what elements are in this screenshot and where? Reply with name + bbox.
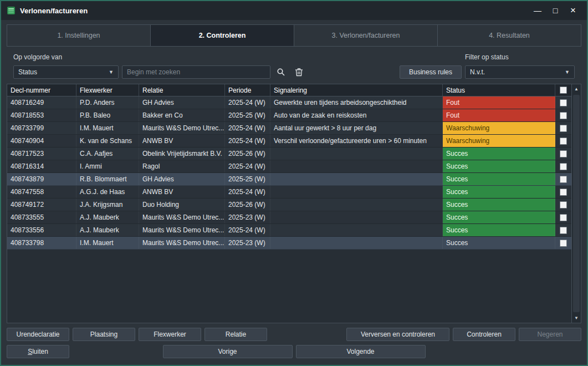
cell-flexwerker: A.J. Mauberk xyxy=(76,224,139,236)
table-row[interactable]: 408717523C.A. AafjesObelink Vrijetijdsma… xyxy=(7,148,571,160)
chevron-down-icon: ▼ xyxy=(105,69,114,75)
chevron-down-icon: ▼ xyxy=(561,69,570,75)
cell-signalering xyxy=(270,148,443,160)
tab-3-verlonen-factureren[interactable]: 3. Verlonen/factureren xyxy=(294,25,438,46)
row-checkbox-cell xyxy=(555,211,571,223)
verversen-en-controleren-button[interactable]: Verversen en controleren xyxy=(346,328,449,341)
cell-decl: 408733555 xyxy=(7,211,76,223)
maximize-button[interactable]: □ xyxy=(547,3,564,18)
cell-flexwerker: A.J. Mauberk xyxy=(76,211,139,223)
business-rules-button[interactable]: Business rules xyxy=(400,65,462,79)
minimize-button[interactable]: — xyxy=(529,3,546,18)
cell-signalering xyxy=(270,199,443,211)
search-input[interactable] xyxy=(122,65,270,79)
cell-relatie: Maurits W&S Demo Utrec... xyxy=(139,224,225,236)
tab-2-controleren[interactable]: 2. Controleren xyxy=(151,25,294,46)
table-body: 408716249P.D. AndersGH Advies2025-24 (W)… xyxy=(7,96,571,323)
scroll-down-icon[interactable]: ▼ xyxy=(572,313,581,323)
row-checkbox-cell xyxy=(555,224,571,236)
trash-icon[interactable] xyxy=(292,65,306,79)
row-checkbox-cell xyxy=(555,96,571,109)
scrollbar-thumb[interactable] xyxy=(573,95,580,312)
cell-flexwerker: K. van de Schans xyxy=(76,135,139,147)
plaatsing-button[interactable]: Plaatsing xyxy=(73,328,135,341)
column-header-flexwerker[interactable]: Flexwerker xyxy=(76,84,139,96)
cell-decl: 408740904 xyxy=(7,135,76,147)
table-row[interactable]: 408733799I.M. MauertMaurits W&S Demo Utr… xyxy=(7,122,571,135)
sort-dropdown-value: Status xyxy=(18,68,37,76)
column-header-signalering[interactable]: Signalering xyxy=(270,84,443,96)
table-row[interactable]: 408733555A.J. MauberkMaurits W&S Demo Ut… xyxy=(7,211,571,224)
scroll-up-icon[interactable]: ▲ xyxy=(572,84,581,94)
row-checkbox-cell xyxy=(555,199,571,211)
row-checkbox[interactable] xyxy=(560,214,567,221)
column-header-status[interactable]: Status xyxy=(443,84,555,96)
select-all-checkbox[interactable] xyxy=(560,87,567,94)
tab-4-resultaten[interactable]: 4. Resultaten xyxy=(438,25,581,46)
cell-periode: 2025-25 (W) xyxy=(225,173,270,185)
volgende-button[interactable]: Volgende xyxy=(296,345,426,358)
toolbar: Status ▼ Business rules N.v.t. ▼ xyxy=(13,65,575,79)
row-checkbox[interactable] xyxy=(560,125,567,132)
footer-row-2: SluitenVorigeVolgende xyxy=(7,345,581,358)
row-checkbox-cell xyxy=(555,148,571,160)
row-checkbox[interactable] xyxy=(560,112,567,119)
table-row[interactable]: 408716249P.D. AndersGH Advies2025-24 (W)… xyxy=(7,96,571,109)
close-button[interactable]: × xyxy=(565,3,581,18)
row-checkbox-cell xyxy=(555,237,571,249)
cell-decl: 408749172 xyxy=(7,199,76,211)
tab-strip: 1. Instellingen2. Controleren3. Verlonen… xyxy=(7,24,581,47)
cell-relatie: Maurits W&S Demo Utrec... xyxy=(139,211,225,223)
cell-flexwerker: P.D. Anders xyxy=(76,96,139,109)
filter-status-dropdown[interactable]: N.v.t. ▼ xyxy=(465,65,575,79)
footer: UrendeclaratiePlaatsingFlexwerkerRelatie… xyxy=(7,328,581,358)
cell-decl: 408733798 xyxy=(7,237,76,249)
row-checkbox-cell xyxy=(555,186,571,198)
cell-relatie: Obelink Vrijetijdsmarkt B.V. xyxy=(139,148,225,160)
row-checkbox[interactable] xyxy=(560,99,567,106)
cell-signalering: Aantal uur gewerkt > 8 uur per dag xyxy=(270,122,443,134)
table-row[interactable]: 408733556A.J. MauberkMaurits W&S Demo Ut… xyxy=(7,224,571,237)
row-checkbox[interactable] xyxy=(560,240,567,247)
window-title: Verlonen/factureren xyxy=(20,7,88,15)
flexwerker-button[interactable]: Flexwerker xyxy=(139,328,201,341)
table-row[interactable]: 408740904K. van de SchansANWB BV2025-24 … xyxy=(7,135,571,148)
row-checkbox[interactable] xyxy=(560,138,567,145)
vertical-scrollbar[interactable]: ▲ ▼ xyxy=(571,84,581,323)
window-controls: — □ × xyxy=(529,3,581,18)
filter-status-value: N.v.t. xyxy=(470,68,485,76)
cell-periode: 2025-24 (W) xyxy=(225,122,270,134)
search-icon[interactable] xyxy=(274,65,288,79)
relatie-button[interactable]: Relatie xyxy=(204,328,267,341)
column-header-decl-nummer[interactable]: Decl-nummer xyxy=(7,84,76,96)
tab-1-instellingen[interactable]: 1. Instellingen xyxy=(7,25,151,46)
cell-relatie: Maurits W&S Demo Utrec... xyxy=(139,237,225,249)
row-checkbox[interactable] xyxy=(560,150,567,157)
column-header-periode[interactable]: Periode xyxy=(225,84,270,96)
table-row[interactable]: 408716314I. AmmiRagol2025-24 (W)Succes xyxy=(7,160,571,173)
urendeclaratie-button[interactable]: Urendeclaratie xyxy=(7,328,69,341)
row-checkbox[interactable] xyxy=(560,163,567,170)
table-row[interactable]: 408743879R.B. BlommaertGH Advies2025-25 … xyxy=(7,173,571,186)
table-row[interactable]: 408718553P.B. BaleoBakker en Co2025-25 (… xyxy=(7,109,571,122)
row-checkbox[interactable] xyxy=(560,201,567,209)
app-icon xyxy=(7,6,16,15)
column-header-relatie[interactable]: Relatie xyxy=(139,84,225,96)
table-row[interactable]: 408749172J.A. KrijgsmanDuo Holding2025-2… xyxy=(7,199,571,211)
cell-periode: 2025-24 (W) xyxy=(225,224,270,236)
sluiten-button[interactable]: Sluiten xyxy=(7,345,69,358)
scrollbar-track[interactable] xyxy=(572,94,581,313)
cell-flexwerker: C.A. Aafjes xyxy=(76,148,139,160)
row-checkbox[interactable] xyxy=(560,227,567,234)
controleren-button[interactable]: Controleren xyxy=(453,328,515,341)
cell-signalering xyxy=(270,211,443,223)
row-checkbox[interactable] xyxy=(560,189,567,196)
table-row[interactable]: 408747558A.G.J. de HaasANWB BV2025-24 (W… xyxy=(7,186,571,199)
row-checkbox-cell xyxy=(555,122,571,134)
sort-dropdown[interactable]: Status ▼ xyxy=(13,65,119,79)
cell-flexwerker: R.B. Blommaert xyxy=(76,173,139,185)
table-row[interactable]: 408733798I.M. MauertMaurits W&S Demo Utr… xyxy=(7,237,571,250)
row-checkbox[interactable] xyxy=(560,176,567,183)
vorige-button[interactable]: Vorige xyxy=(163,345,293,358)
cell-periode: 2025-25 (W) xyxy=(225,109,270,121)
